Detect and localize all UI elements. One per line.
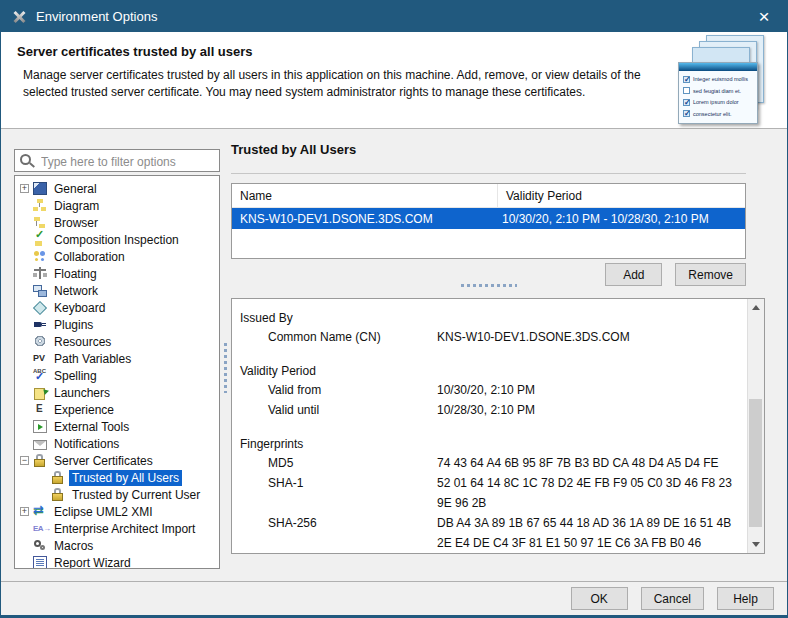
help-button[interactable]: Help	[717, 587, 774, 610]
scroll-down-icon[interactable]	[748, 536, 764, 553]
tree-item-label: Notifications	[51, 436, 122, 452]
horizontal-splitter-handle[interactable]	[461, 284, 517, 287]
remove-button[interactable]: Remove	[675, 263, 746, 286]
spelling-icon	[33, 369, 47, 382]
minus-expand-icon[interactable]: −	[20, 456, 29, 465]
detail-value: KNS-W10-DEV1.DSONE.3DS.COM	[437, 327, 739, 347]
scroll-up-icon[interactable]	[748, 299, 764, 316]
detail-row: Common Name (CN)KNS-W10-DEV1.DSONE.3DS.C…	[240, 327, 747, 347]
page-title: Server certificates trusted by all users	[17, 44, 657, 59]
cancel-button[interactable]: Cancel	[641, 587, 704, 610]
panel-title: Trusted by All Users	[231, 142, 356, 157]
tree-item-label: Spelling	[51, 368, 100, 384]
external-tools-icon	[33, 420, 47, 433]
path-variables-icon	[33, 352, 47, 365]
tree-item-keyboard[interactable]: Keyboard	[18, 299, 219, 316]
column-header-validity[interactable]: Validity Period	[498, 184, 745, 207]
tree-item-enterprise-architect-import[interactable]: Enterprise Architect Import	[18, 520, 219, 537]
diagram-icon	[33, 199, 47, 212]
detail-value: 74 43 64 A4 6B 95 8F 7B B3 BD CA 48 D4 A…	[437, 453, 739, 473]
detail-label: MD5	[268, 453, 437, 473]
vertical-splitter-handle[interactable]	[224, 343, 227, 393]
tree-item-trusted-by-current-user[interactable]: Trusted by Current User	[18, 486, 219, 503]
filter-input[interactable]	[39, 151, 219, 172]
checklist-item-label: sed feugiat diam et.	[693, 88, 741, 94]
resources-icon	[33, 335, 47, 348]
tree-item-path-variables[interactable]: Path Variables	[18, 350, 219, 367]
details-section-validity-period: Validity PeriodValid from10/30/20, 2:10 …	[240, 362, 747, 420]
title-bar[interactable]: Environment Options ×	[1, 1, 787, 32]
lock-icon	[51, 471, 65, 484]
tree-item-general[interactable]: +General	[18, 180, 219, 197]
dialog-header: Server certificates trusted by all users…	[1, 32, 787, 129]
tree-item-collaboration[interactable]: Collaboration	[18, 248, 219, 265]
composition-inspection-icon	[33, 233, 47, 246]
tree-item-trusted-by-all-users[interactable]: Trusted by All Users	[18, 469, 219, 486]
plugins-icon	[33, 318, 47, 331]
cert-validity-cell: 10/30/20, 2:10 PM - 10/28/30, 2:10 PM	[498, 212, 745, 226]
tree-item-experience[interactable]: Experience	[18, 401, 219, 418]
tree-item-plugins[interactable]: Plugins	[18, 316, 219, 333]
tree-item-label: Trusted by Current User	[69, 487, 203, 503]
detail-row: SHA-152 01 64 14 8C 1C 78 D2 4E FB F9 05…	[240, 473, 747, 513]
tree-item-launchers[interactable]: Launchers	[18, 384, 219, 401]
detail-label: Valid from	[268, 380, 437, 400]
dialog-body: +GeneralDiagramBrowserComposition Inspec…	[1, 129, 787, 581]
detail-row: Valid from10/30/20, 2:10 PM	[240, 380, 747, 400]
tree-item-browser[interactable]: Browser	[18, 214, 219, 231]
ok-button[interactable]: OK	[571, 587, 628, 610]
tree-item-label: Report Wizard	[51, 555, 134, 570]
tree-item-floating[interactable]: Floating	[18, 265, 219, 282]
lock-icon	[33, 454, 47, 467]
tree-item-spelling[interactable]: Spelling	[18, 367, 219, 384]
scrollbar-thumb[interactable]	[749, 399, 762, 527]
tree-item-external-tools[interactable]: External Tools	[18, 418, 219, 435]
tree-item-eclipse-uml2-xmi[interactable]: +Eclipse UML2 XMI	[18, 503, 219, 520]
details-scrollbar[interactable]	[747, 299, 764, 553]
certificate-details-panel: Issued ByCommon Name (CN)KNS-W10-DEV1.DS…	[231, 298, 765, 554]
plus-expand-icon[interactable]: +	[20, 184, 29, 193]
tree-item-diagram[interactable]: Diagram	[18, 197, 219, 214]
detail-label: Valid until	[268, 400, 437, 420]
table-row[interactable]: KNS-W10-DEV1.DSONE.3DS.COM10/30/20, 2:10…	[232, 208, 745, 229]
tree-item-label: External Tools	[51, 419, 132, 435]
close-icon[interactable]: ×	[741, 1, 787, 32]
tree-item-label: Floating	[51, 266, 100, 282]
checklist-titlebar	[679, 63, 757, 71]
tree-item-label: Diagram	[51, 198, 102, 214]
horizontal-splitter	[231, 284, 746, 287]
tree-item-resources[interactable]: Resources	[18, 333, 219, 350]
eclipse-icon	[33, 505, 47, 518]
certificate-details: Issued ByCommon Name (CN)KNS-W10-DEV1.DS…	[232, 299, 747, 553]
options-tree: +GeneralDiagramBrowserComposition Inspec…	[14, 175, 220, 569]
tree-item-composition-inspection[interactable]: Composition Inspection	[18, 231, 219, 248]
checked-checkbox-icon	[683, 110, 690, 117]
plus-expand-icon[interactable]: +	[20, 507, 29, 516]
tree-item-label: Resources	[51, 334, 114, 350]
network-icon	[33, 284, 47, 297]
options-illustration: Integer euismod mollissed feugiat diam e…	[672, 35, 780, 125]
tree-item-label: Trusted by All Users	[69, 470, 182, 486]
tree-item-notifications[interactable]: Notifications	[18, 435, 219, 452]
column-header-name[interactable]: Name	[232, 184, 498, 207]
tree-item-label: Macros	[51, 538, 96, 554]
detail-value: 52 01 64 14 8C 1C 78 D2 4E FB F9 05 C0 3…	[437, 473, 739, 513]
detail-label: Common Name (CN)	[268, 327, 437, 347]
add-button[interactable]: Add	[605, 263, 662, 286]
section-title: Fingerprints	[240, 435, 747, 453]
cert-name-cell: KNS-W10-DEV1.DSONE.3DS.COM	[232, 212, 498, 226]
launchers-icon	[33, 386, 47, 399]
checked-checkbox-icon	[683, 76, 690, 83]
tree-item-network[interactable]: Network	[18, 282, 219, 299]
tree-item-label: Network	[51, 283, 101, 299]
tree-item-macros[interactable]: Macros	[18, 537, 219, 554]
detail-row: SHA-256DB A4 3A 89 1B 67 65 44 18 AD 36 …	[240, 513, 747, 553]
checklist-item-label: Lorem ipsum dolor	[693, 99, 739, 105]
certificates-table: Name Validity Period KNS-W10-DEV1.DSONE.…	[231, 183, 746, 259]
checklist-item-label: consectetur elit.	[693, 111, 732, 117]
checklist-item: consectetur elit.	[683, 110, 754, 117]
environment-options-dialog: Environment Options × Server certificate…	[0, 0, 788, 618]
tree-item-report-wizard[interactable]: Report Wizard	[18, 554, 219, 569]
tree-item-label: Composition Inspection	[51, 232, 182, 248]
tree-item-server-certificates[interactable]: −Server Certificates	[18, 452, 219, 469]
